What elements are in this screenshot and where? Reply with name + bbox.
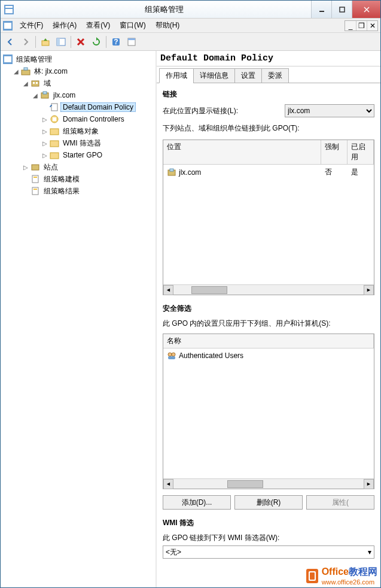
- menu-file[interactable]: 文件(F): [15, 19, 48, 32]
- collapse-icon[interactable]: ◢: [32, 92, 39, 99]
- close-button[interactable]: [352, 1, 380, 18]
- wmi-heading: WMI 筛选: [163, 518, 374, 528]
- scroll-left-icon[interactable]: ◄: [163, 285, 173, 295]
- show-hide-tree-button[interactable]: [54, 35, 68, 49]
- links-heading: 链接: [163, 89, 374, 99]
- tree-wmi-filters[interactable]: ▷ WMI 筛选器: [41, 137, 153, 149]
- refresh-button[interactable]: [89, 35, 103, 49]
- tree-domains[interactable]: ◢ 域: [22, 77, 153, 89]
- add-button[interactable]: 添加(D)...: [163, 495, 231, 510]
- scroll-thumb[interactable]: [227, 480, 263, 488]
- svg-point-39: [172, 353, 175, 356]
- back-button[interactable]: [3, 35, 17, 49]
- menu-bar: 文件(F) 操作(A) 查看(V) 窗口(W) 帮助(H) _ ❐ ✕: [1, 19, 380, 33]
- security-heading: 安全筛选: [163, 304, 374, 314]
- scroll-right-icon[interactable]: ►: [364, 285, 374, 295]
- svg-rect-17: [4, 56, 11, 62]
- link-row[interactable]: jlx.com 否 是: [163, 165, 374, 180]
- linked-label: 下列站点、域和组织单位链接到此 GPO(T):: [163, 123, 374, 134]
- expand-icon[interactable]: ▷: [41, 128, 48, 135]
- svg-rect-29: [50, 141, 59, 147]
- modeling-icon: [31, 174, 40, 184]
- svg-rect-2: [5, 9, 13, 13]
- horizontal-scrollbar[interactable]: ◄ ►: [163, 284, 374, 295]
- tree-gpo-objects[interactable]: ▷ 组策略对象: [41, 125, 153, 137]
- mdi-restore-button[interactable]: ❐: [356, 21, 367, 31]
- group-icon: [167, 351, 176, 360]
- tree-gp-modeling[interactable]: 组策略建模: [22, 173, 153, 185]
- svg-rect-25: [51, 104, 57, 111]
- results-icon: [31, 186, 40, 196]
- col-name[interactable]: 名称: [163, 334, 374, 348]
- mdi-close-button[interactable]: ✕: [367, 21, 377, 31]
- tree-default-domain-policy[interactable]: Default Domain Policy: [41, 101, 153, 113]
- security-list[interactable]: 名称 Authenticated Users ◄ ►: [163, 334, 374, 489]
- tab-details[interactable]: 详细信息: [193, 68, 235, 83]
- tree-root[interactable]: 组策略管理: [3, 53, 153, 65]
- horizontal-scrollbar[interactable]: ◄ ►: [163, 478, 374, 489]
- svg-rect-30: [50, 153, 59, 159]
- scroll-right-icon[interactable]: ►: [364, 479, 374, 489]
- menu-window[interactable]: 窗口(W): [115, 19, 150, 32]
- mmc-icon: [3, 21, 13, 31]
- menu-help[interactable]: 帮助(H): [151, 19, 185, 32]
- svg-rect-28: [50, 129, 59, 135]
- tree-sites[interactable]: ▷ 站点: [22, 161, 153, 173]
- expand-icon[interactable]: ▷: [41, 151, 48, 159]
- tab-delegation[interactable]: 委派: [261, 68, 289, 83]
- policy-title: Default Domain Policy: [157, 51, 380, 66]
- security-label: 此 GPO 内的设置只应用于下列组、用户和计算机(S):: [163, 319, 374, 329]
- menu-action[interactable]: 操作(A): [48, 19, 81, 32]
- forward-button[interactable]: [19, 35, 33, 49]
- svg-rect-8: [4, 23, 11, 29]
- svg-text:?: ?: [114, 38, 118, 46]
- tree-domain-jlx[interactable]: ◢ jlx.com: [32, 89, 153, 101]
- collapse-icon[interactable]: ◢: [22, 80, 29, 87]
- properties-button[interactable]: [124, 35, 139, 49]
- maximize-button[interactable]: [331, 1, 352, 18]
- svg-rect-19: [24, 68, 28, 70]
- svg-point-38: [168, 353, 172, 356]
- tree-domain-controllers[interactable]: ▷ Domain Controllers: [41, 113, 153, 125]
- sites-icon: [31, 162, 40, 172]
- scroll-left-icon[interactable]: ◄: [163, 479, 173, 489]
- wmi-label: 此 GPO 链接到下列 WMI 筛选器(W):: [163, 533, 374, 543]
- folder-icon: [50, 138, 59, 148]
- svg-rect-24: [43, 92, 47, 94]
- location-select[interactable]: jlx.com: [285, 104, 374, 117]
- security-row[interactable]: Authenticated Users: [163, 348, 374, 363]
- svg-rect-34: [32, 187, 38, 195]
- menu-view[interactable]: 查看(V): [81, 19, 115, 32]
- tab-settings[interactable]: 设置: [234, 68, 262, 83]
- up-button[interactable]: [38, 35, 53, 49]
- minimize-button[interactable]: [311, 1, 331, 18]
- tree-forest[interactable]: ◢ 林: jlx.com: [13, 65, 153, 77]
- scroll-thumb[interactable]: [191, 286, 227, 294]
- tree-starter-gpo[interactable]: ▷ Starter GPO: [41, 149, 153, 161]
- expand-icon[interactable]: ▷: [41, 140, 48, 147]
- svg-rect-20: [32, 81, 39, 86]
- tab-scope[interactable]: 作用域: [159, 68, 194, 83]
- svg-rect-40: [168, 356, 175, 359]
- collapse-icon[interactable]: ◢: [13, 68, 20, 75]
- svg-rect-21: [33, 82, 35, 84]
- links-list[interactable]: 位置 强制 已启用 jlx.com 否 是 ◄: [163, 140, 374, 295]
- svg-rect-33: [33, 177, 37, 178]
- ou-icon: [50, 114, 59, 124]
- svg-rect-11: [57, 38, 60, 46]
- expand-icon[interactable]: ▷: [41, 116, 48, 123]
- col-enabled[interactable]: 已启用: [348, 140, 374, 164]
- console-tree[interactable]: 组策略管理 ◢ 林: jlx.com ◢: [1, 51, 157, 587]
- details-pane: Default Domain Policy 作用域 详细信息 设置 委派 链接 …: [157, 51, 380, 587]
- col-location[interactable]: 位置: [163, 140, 321, 164]
- chevron-down-icon: ▾: [368, 548, 371, 556]
- help-button[interactable]: ?: [109, 35, 123, 49]
- mdi-minimize-button[interactable]: _: [345, 21, 356, 31]
- remove-button[interactable]: 删除(R): [234, 495, 303, 510]
- delete-button[interactable]: [74, 35, 88, 49]
- expand-icon[interactable]: ▷: [22, 163, 29, 171]
- properties-button[interactable]: 属性(: [306, 495, 374, 510]
- wmi-select[interactable]: <无> ▾: [163, 545, 374, 559]
- col-enforced[interactable]: 强制: [321, 140, 348, 164]
- tree-gp-results[interactable]: 组策略结果: [22, 185, 153, 197]
